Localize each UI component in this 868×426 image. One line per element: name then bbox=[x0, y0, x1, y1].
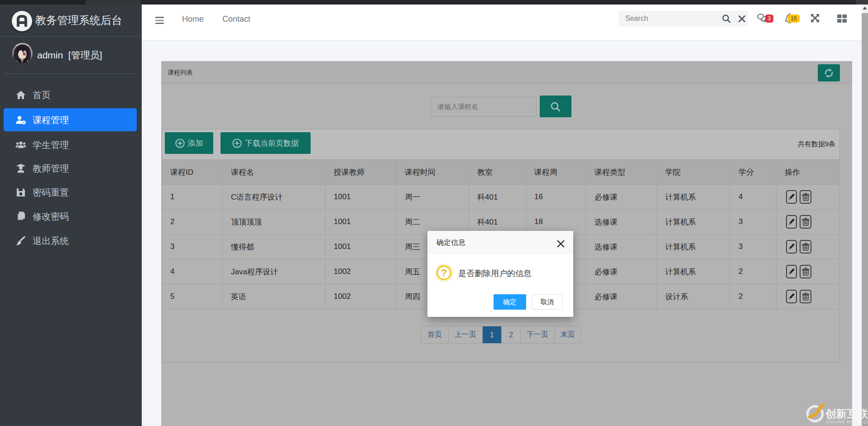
svg-text:?: ? bbox=[441, 267, 447, 278]
svg-text:CHUANG XIN HU LIAN: CHUANG XIN HU LIAN bbox=[826, 420, 868, 424]
svg-text:创新互联: 创新互联 bbox=[825, 408, 868, 420]
